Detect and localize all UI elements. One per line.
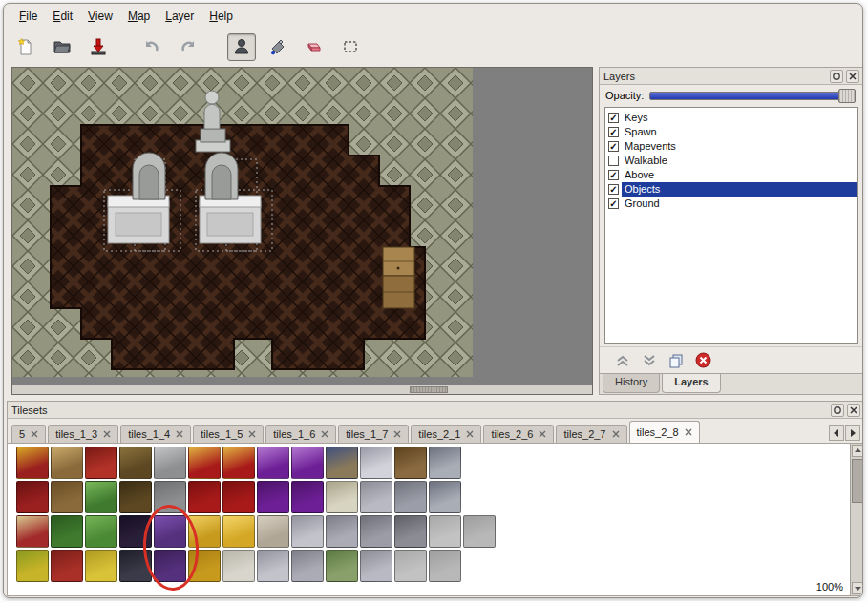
- tileset-tile[interactable]: [222, 480, 256, 514]
- tab-close-icon[interactable]: [466, 428, 474, 440]
- undo-button[interactable]: [138, 33, 166, 61]
- tileset-tile[interactable]: [290, 514, 325, 549]
- tilesets-close-button[interactable]: [847, 404, 860, 417]
- tileset-tab-tiles_1_7[interactable]: tiles_1_7: [338, 425, 409, 443]
- tileset-tab-tiles_2_6[interactable]: tiles_2_6: [483, 425, 554, 443]
- tileset-tile[interactable]: [84, 480, 118, 514]
- tileset-tile[interactable]: [290, 480, 325, 514]
- tileset-tile[interactable]: [84, 446, 118, 480]
- layer-checkbox-spawn[interactable]: ✓: [608, 127, 619, 137]
- tab-close-icon[interactable]: [176, 428, 183, 440]
- layer-row-objects[interactable]: ✓Objects: [605, 182, 857, 197]
- tileset-tile[interactable]: [84, 549, 118, 583]
- layer-duplicate-button[interactable]: [668, 353, 684, 368]
- tileset-tile[interactable]: [462, 514, 497, 549]
- tileset-tile[interactable]: [393, 446, 428, 480]
- tileset-tile[interactable]: [84, 514, 118, 549]
- tabs-scroll-right-button[interactable]: [845, 425, 860, 441]
- scroll-up-button[interactable]: [852, 445, 863, 457]
- menu-map[interactable]: Map: [120, 7, 158, 26]
- layers-float-button[interactable]: [830, 70, 843, 83]
- tileset-tile[interactable]: [428, 514, 462, 549]
- layer-delete-button[interactable]: [695, 352, 711, 368]
- tileset-tile[interactable]: [325, 549, 359, 583]
- layer-move-up-button[interactable]: [615, 353, 630, 368]
- tileset-tile[interactable]: [15, 514, 50, 549]
- save-button[interactable]: [84, 33, 113, 61]
- tileset-tab-tiles_1_5[interactable]: tiles_1_5: [193, 425, 264, 443]
- opacity-slider-handle[interactable]: [838, 89, 856, 103]
- map-view[interactable]: [12, 68, 473, 377]
- select-tool-button[interactable]: [336, 33, 365, 61]
- tileset-tile[interactable]: [256, 514, 290, 549]
- tileset-tile[interactable]: [325, 514, 359, 549]
- tileset-tile[interactable]: [256, 480, 290, 514]
- tileset-tile[interactable]: [256, 549, 290, 583]
- tileset-tile[interactable]: [428, 446, 462, 480]
- panel-tab-history[interactable]: History: [603, 374, 660, 393]
- eraser-tool-button[interactable]: [300, 33, 328, 61]
- tileset-tile[interactable]: [118, 514, 153, 549]
- layer-checkbox-above[interactable]: ✓: [608, 170, 619, 180]
- tileset-tab-5[interactable]: 5: [11, 425, 46, 443]
- layer-row-walkable[interactable]: Walkable: [605, 154, 857, 168]
- menu-help[interactable]: Help: [201, 7, 241, 26]
- tileset-tile[interactable]: [222, 514, 256, 549]
- layer-checkbox-keys[interactable]: ✓: [608, 113, 619, 123]
- map-hscrollbar-thumb[interactable]: [410, 386, 448, 393]
- tileset-tile[interactable]: [118, 549, 153, 583]
- layer-row-above[interactable]: ✓Above: [605, 168, 857, 182]
- scroll-down-button[interactable]: [852, 582, 863, 594]
- layer-row-ground[interactable]: ✓Ground: [605, 197, 857, 211]
- tab-close-icon[interactable]: [321, 428, 328, 440]
- layer-checkbox-objects[interactable]: ✓: [608, 184, 619, 195]
- tab-close-icon[interactable]: [393, 428, 401, 440]
- tileset-tile[interactable]: [393, 480, 428, 514]
- tileset-tile[interactable]: [118, 446, 153, 480]
- tileset-tile[interactable]: [153, 480, 187, 514]
- redo-button[interactable]: [174, 33, 202, 61]
- tileset-tab-tiles_1_6[interactable]: tiles_1_6: [265, 425, 336, 443]
- tileset-tab-tiles_2_7[interactable]: tiles_2_7: [556, 425, 626, 443]
- tileset-tab-tiles_1_3[interactable]: tiles_1_3: [48, 425, 118, 443]
- layer-checkbox-walkable[interactable]: [608, 156, 619, 166]
- tileset-tile[interactable]: [393, 549, 428, 583]
- layer-row-keys[interactable]: ✓Keys: [605, 111, 857, 125]
- tileset-tile[interactable]: [15, 446, 50, 480]
- tileset-tile[interactable]: [325, 480, 359, 514]
- menu-layer[interactable]: Layer: [158, 7, 201, 26]
- tileset-tile[interactable]: [15, 480, 50, 514]
- layer-move-down-button[interactable]: [642, 353, 657, 368]
- tileset-tile[interactable]: [359, 549, 393, 583]
- tileset-tile[interactable]: [393, 514, 428, 549]
- tileset-tile[interactable]: [187, 480, 222, 514]
- panel-tab-layers[interactable]: Layers: [662, 374, 720, 393]
- tab-close-icon[interactable]: [612, 428, 620, 440]
- tileset-tile[interactable]: [50, 549, 84, 583]
- tileset-tile[interactable]: [153, 446, 187, 480]
- tileset-tile[interactable]: [222, 549, 256, 583]
- tileset-tile[interactable]: [187, 446, 222, 480]
- open-button[interactable]: [48, 33, 76, 61]
- tabs-scroll-left-button[interactable]: [829, 425, 844, 441]
- tileset-tab-tiles_2_8[interactable]: tiles_2_8: [629, 421, 700, 443]
- tileset-tile[interactable]: [187, 514, 222, 549]
- tileset-tile[interactable]: [428, 549, 462, 583]
- new-button[interactable]: [11, 33, 40, 61]
- menu-view[interactable]: View: [80, 7, 120, 26]
- tileset-tab-tiles_1_4[interactable]: tiles_1_4: [120, 425, 191, 443]
- tileset-tile[interactable]: [118, 480, 153, 514]
- tileset-tile[interactable]: [50, 514, 84, 549]
- layer-checkbox-mapevents[interactable]: ✓: [608, 141, 619, 152]
- tileset-tile[interactable]: [359, 446, 393, 480]
- tab-close-icon[interactable]: [539, 428, 546, 440]
- tileset-tile[interactable]: [50, 480, 84, 514]
- tileset-tab-tiles_2_1[interactable]: tiles_2_1: [411, 425, 481, 443]
- tilesets-float-button[interactable]: [831, 404, 844, 417]
- tileset-grid-area[interactable]: [8, 444, 850, 595]
- menu-edit[interactable]: Edit: [45, 7, 80, 26]
- tileset-tile[interactable]: [290, 549, 325, 583]
- tab-close-icon[interactable]: [248, 428, 256, 440]
- tileset-tile[interactable]: [428, 480, 462, 514]
- layer-row-mapevents[interactable]: ✓Mapevents: [605, 139, 857, 154]
